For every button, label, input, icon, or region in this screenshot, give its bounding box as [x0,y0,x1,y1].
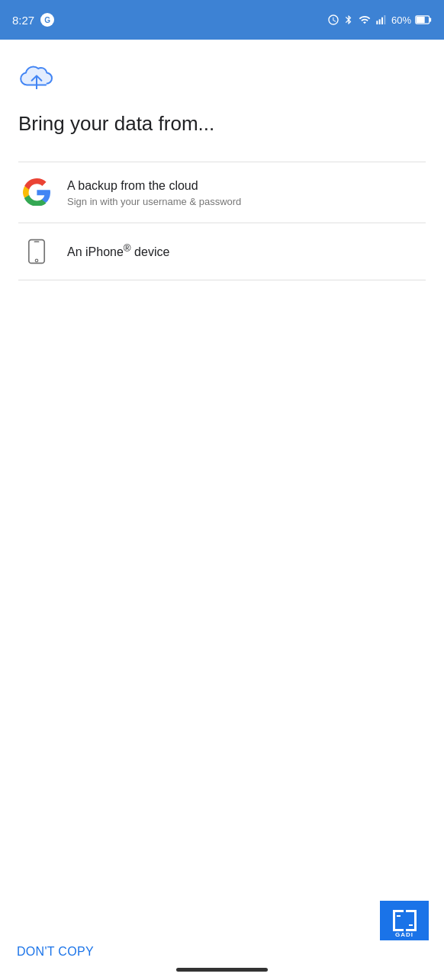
svg-point-10 [35,259,37,261]
google-indicator-icon: G [40,13,54,27]
cloud-icon-container [18,64,426,96]
svg-rect-1 [379,19,381,24]
svg-rect-9 [34,242,40,243]
bottom-divider [18,280,426,280]
bluetooth-icon [343,14,354,26]
cloud-upload-icon [18,64,55,93]
google-g-icon [18,178,55,206]
status-bar: 8:27 G 60% [0,0,444,40]
iphone-text: An iPhone® device [67,242,169,261]
svg-rect-3 [384,15,385,24]
battery-icon [415,14,432,25]
main-content: Bring your data from... A backup from th… [0,40,444,280]
svg-rect-2 [381,18,383,24]
iphone-title: An iPhone® device [67,242,169,261]
watermark: GADI [380,901,429,940]
svg-rect-0 [376,21,378,24]
status-left: 8:27 G [12,13,54,27]
nav-bar [0,959,444,980]
alarm-icon [327,14,339,26]
svg-rect-6 [417,17,425,23]
signal-icon [375,14,388,26]
svg-rect-5 [430,18,432,21]
battery-level: 60% [391,14,411,26]
iphone-item[interactable]: An iPhone® device [18,223,426,280]
nav-pill [176,968,268,972]
cloud-backup-text: A backup from the cloud Sign in with you… [67,178,241,207]
iphone-icon [18,239,55,264]
cloud-backup-subtitle: Sign in with your username & password [67,196,241,207]
wifi-icon [358,14,372,26]
status-time: 8:27 [12,14,34,27]
dont-copy-label: DON'T COPY [17,945,94,959]
page-title: Bring your data from... [18,111,426,137]
cloud-backup-title: A backup from the cloud [67,178,241,194]
status-right: 60% [327,14,432,26]
cloud-backup-item[interactable]: A backup from the cloud Sign in with you… [18,162,426,223]
